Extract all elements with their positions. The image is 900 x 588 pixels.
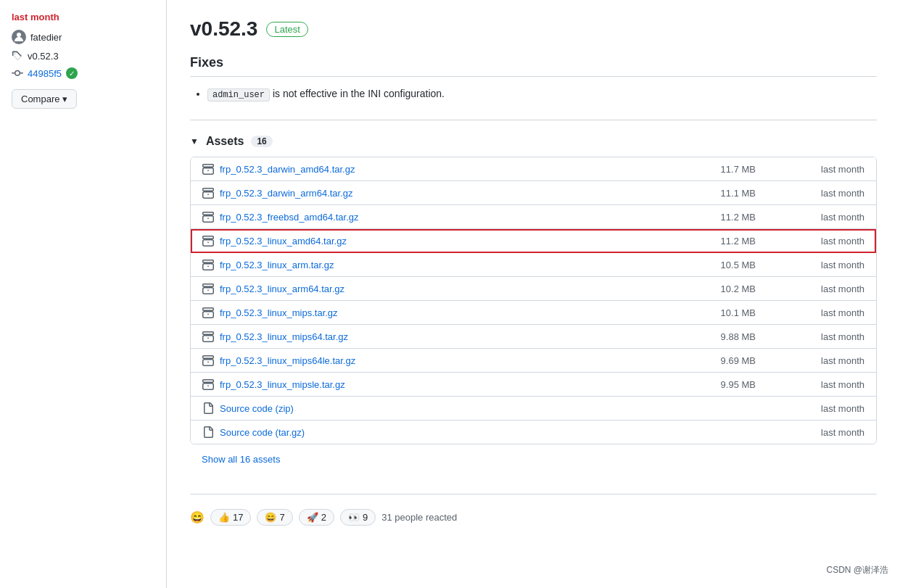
- asset-size: 11.2 MB: [698, 236, 756, 247]
- asset-filename[interactable]: Source code (zip): [220, 403, 698, 414]
- svg-point-0: [17, 33, 21, 37]
- fixes-title: Fixes: [190, 55, 877, 77]
- asset-size: 11.1 MB: [698, 188, 756, 199]
- archive-icon: [202, 187, 214, 199]
- asset-filename[interactable]: frp_0.52.3_linux_mipsle.tar.gz: [220, 379, 698, 390]
- archive-icon: [202, 283, 214, 294]
- fix-description: is not effective in the INI configuratio…: [273, 88, 445, 99]
- asset-time: last month: [799, 164, 864, 175]
- version-title: v0.52.3: [190, 17, 257, 41]
- rocket-count: 2: [321, 512, 326, 523]
- asset-row: frp_0.52.3_linux_mipsle.tar.gz9.95 MBlas…: [191, 373, 876, 397]
- reaction-smile[interactable]: 😄 7: [257, 509, 292, 526]
- smile-emoji: 😄: [265, 512, 276, 523]
- asset-filename[interactable]: frp_0.52.3_linux_amd64.tar.gz: [220, 236, 698, 247]
- reaction-rocket[interactable]: 🚀 2: [299, 509, 334, 526]
- source-code-icon: [202, 426, 214, 438]
- asset-row: frp_0.52.3_linux_mips64le.tar.gz9.69 MBl…: [191, 349, 876, 373]
- latest-badge: Latest: [266, 22, 307, 37]
- archive-icon: [202, 163, 214, 175]
- assets-title: Assets: [206, 135, 244, 148]
- asset-size: 11.7 MB: [698, 164, 756, 175]
- assets-count-badge: 16: [251, 136, 272, 147]
- asset-size: 10.2 MB: [698, 283, 756, 294]
- asset-row: frp_0.52.3_linux_mips.tar.gz10.1 MBlast …: [191, 301, 876, 325]
- sidebar-tag-label: v0.52.3: [28, 51, 59, 62]
- compare-label: Compare: [21, 94, 59, 104]
- asset-time: last month: [799, 283, 864, 294]
- source-code-icon: [202, 402, 214, 414]
- archive-icon: [202, 235, 214, 247]
- rocket-emoji: 🚀: [307, 512, 318, 523]
- chevron-down-icon: ▾: [62, 94, 67, 104]
- asset-filename[interactable]: frp_0.52.3_linux_arm.tar.gz: [220, 260, 698, 270]
- thumbsup-count: 17: [233, 512, 243, 523]
- add-reaction-icon[interactable]: 😄: [190, 510, 205, 524]
- assets-header: ▼ Assets 16: [190, 135, 877, 148]
- sidebar-commit-hash: 44985f5: [28, 68, 62, 79]
- asset-time: last month: [799, 355, 864, 366]
- sidebar-commit-row: 44985f5 ✓: [12, 67, 154, 79]
- reactions-bar: 😄 👍 17 😄 7 🚀 2 👀 9 31 people reacted: [190, 509, 877, 526]
- reactions-summary: 31 people reacted: [381, 512, 457, 523]
- asset-row: Source code (zip)last month: [191, 397, 876, 421]
- fix-item: admin_user is not effective in the INI c…: [207, 86, 877, 102]
- archive-icon: [202, 259, 214, 270]
- asset-size: 9.69 MB: [698, 355, 756, 366]
- triangle-icon: ▼: [190, 136, 199, 146]
- asset-time: last month: [799, 427, 864, 438]
- asset-time: last month: [799, 260, 864, 270]
- asset-time: last month: [799, 331, 864, 342]
- asset-size: 10.1 MB: [698, 307, 756, 318]
- show-all-assets-link[interactable]: Show all 16 assets: [202, 454, 280, 465]
- sidebar: last month fatedier v0.52.3 44985f5 ✓ Co…: [0, 0, 167, 588]
- asset-time: last month: [799, 307, 864, 318]
- archive-icon: [202, 331, 214, 342]
- asset-row: frp_0.52.3_linux_arm64.tar.gz10.2 MBlast…: [191, 277, 876, 301]
- asset-filename[interactable]: frp_0.52.3_linux_mips64.tar.gz: [220, 331, 698, 342]
- compare-button[interactable]: Compare ▾: [12, 89, 77, 109]
- eyes-count: 9: [363, 512, 368, 523]
- asset-size: 10.5 MB: [698, 260, 756, 270]
- sidebar-user: fatedier: [12, 30, 154, 44]
- asset-row: frp_0.52.3_darwin_arm64.tar.gz11.1 MBlas…: [191, 181, 876, 205]
- sidebar-tag-row: v0.52.3: [12, 50, 154, 62]
- verified-icon: ✓: [66, 67, 78, 79]
- archive-icon: [202, 355, 214, 366]
- fix-code: admin_user: [207, 88, 270, 102]
- footer-watermark: CSDN @谢泽浩: [826, 564, 888, 576]
- reactions-divider: [190, 494, 877, 494]
- sidebar-time: last month: [12, 12, 154, 22]
- archive-icon: [202, 378, 214, 390]
- asset-filename[interactable]: frp_0.52.3_linux_mips64le.tar.gz: [220, 355, 698, 366]
- asset-time: last month: [799, 212, 864, 223]
- asset-filename[interactable]: frp_0.52.3_linux_arm64.tar.gz: [220, 283, 698, 294]
- asset-filename[interactable]: Source code (tar.gz): [220, 427, 698, 438]
- main-content: v0.52.3 Latest Fixes admin_user is not e…: [167, 0, 900, 588]
- asset-time: last month: [799, 236, 864, 247]
- asset-size: 11.2 MB: [698, 212, 756, 223]
- asset-size: 9.95 MB: [698, 379, 756, 390]
- asset-filename[interactable]: frp_0.52.3_freebsd_amd64.tar.gz: [220, 212, 698, 223]
- asset-row: Source code (tar.gz)last month: [191, 421, 876, 444]
- sidebar-username: fatedier: [30, 32, 62, 43]
- asset-time: last month: [799, 379, 864, 390]
- asset-row: frp_0.52.3_linux_mips64.tar.gz9.88 MBlas…: [191, 325, 876, 349]
- reaction-thumbsup[interactable]: 👍 17: [210, 509, 251, 526]
- asset-row: frp_0.52.3_linux_amd64.tar.gz11.2 MBlast…: [191, 229, 876, 253]
- avatar: [12, 30, 26, 44]
- reaction-eyes[interactable]: 👀 9: [340, 509, 376, 526]
- asset-row: frp_0.52.3_freebsd_amd64.tar.gz11.2 MBla…: [191, 205, 876, 229]
- asset-row: frp_0.52.3_linux_arm.tar.gz10.5 MBlast m…: [191, 253, 876, 277]
- section-divider: [190, 120, 877, 120]
- asset-filename[interactable]: frp_0.52.3_darwin_arm64.tar.gz: [220, 188, 698, 199]
- thumbsup-emoji: 👍: [218, 512, 230, 523]
- archive-icon: [202, 307, 214, 318]
- smile-count: 7: [279, 512, 284, 523]
- version-header: v0.52.3 Latest: [190, 17, 877, 41]
- asset-filename[interactable]: frp_0.52.3_linux_mips.tar.gz: [220, 307, 698, 318]
- fixes-list: admin_user is not effective in the INI c…: [190, 86, 877, 102]
- assets-table: frp_0.52.3_darwin_amd64.tar.gz11.7 MBlas…: [190, 157, 877, 444]
- asset-filename[interactable]: frp_0.52.3_darwin_amd64.tar.gz: [220, 164, 698, 175]
- asset-size: 9.88 MB: [698, 331, 756, 342]
